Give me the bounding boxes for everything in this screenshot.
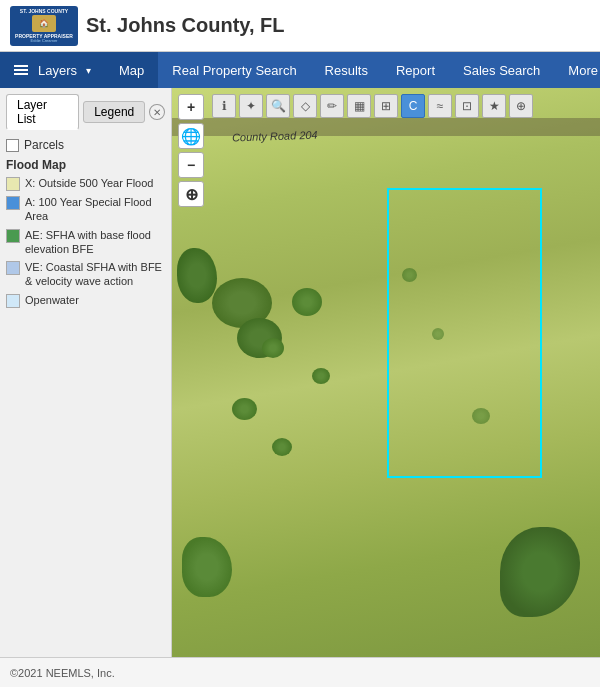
logo-icon-symbol: 🏠 [39, 19, 49, 28]
zoom2-tool-button[interactable]: ⊕ [509, 94, 533, 118]
layers-tool-button[interactable]: ⊞ [374, 94, 398, 118]
sidebar-close-button[interactable]: ✕ [149, 104, 165, 120]
zoom-in-button[interactable]: + [178, 94, 204, 120]
openwater-label: Openwater [25, 293, 79, 307]
parcels-checkbox[interactable] [6, 139, 19, 152]
vegetation-patch-1 [500, 527, 580, 617]
logo-county-text: ST. JOHNS COUNTY [20, 8, 68, 14]
navbar: Layers ▾ Map Real Property Search Result… [0, 52, 600, 88]
flood-section-title: Flood Map [6, 158, 165, 172]
parcel-highlight [387, 188, 542, 478]
parcels-label: Parcels [24, 138, 64, 152]
tree-spot-2 [262, 338, 284, 358]
tree-spot-1 [292, 288, 322, 316]
photo-tool-button[interactable]: ⊡ [455, 94, 479, 118]
openwater-color [6, 294, 20, 308]
ae-zone-color [6, 229, 20, 243]
map-top-toolbar: ℹ ✦ 🔍 ◇ ✏ ▦ ⊞ C ≈ ⊡ ★ ⊕ [212, 94, 594, 118]
nav-results-label: Results [325, 63, 368, 78]
nav-sales-search[interactable]: Sales Search [449, 52, 554, 88]
sidebar: Layer List Legend ✕ Parcels Flood Map X:… [0, 88, 172, 657]
tree-spot-6 [402, 268, 417, 282]
globe-button[interactable]: 🌐 [178, 123, 204, 149]
a-zone-color [6, 196, 20, 210]
legend-a-zone: A: 100 Year Special Flood Area [6, 195, 165, 224]
map-area[interactable]: County Road 204 ℹ ✦ 🔍 ◇ ✏ ▦ ⊞ C ≈ ⊡ ★ ⊕ … [172, 88, 600, 657]
info-tool-button[interactable]: ℹ [212, 94, 236, 118]
site-title: St. Johns County, FL [86, 14, 285, 37]
hamburger-icon [14, 65, 28, 75]
logo-name-text: Eddie Creamer [31, 39, 58, 44]
nav-map-label: Map [119, 63, 144, 78]
a-zone-label: A: 100 Year Special Flood Area [25, 195, 165, 224]
nav-real-property-search[interactable]: Real Property Search [158, 52, 310, 88]
zoom-out-button[interactable]: − [178, 152, 204, 178]
nav-map[interactable]: Map [105, 52, 158, 88]
zoom-tool-button[interactable]: 🔍 [266, 94, 290, 118]
cyan-tool-button[interactable]: C [401, 94, 425, 118]
grid-tool-button[interactable]: ▦ [347, 94, 371, 118]
tab-layer-list[interactable]: Layer List [6, 94, 79, 130]
tree-spot-7 [432, 328, 444, 340]
chevron-down-icon: ▾ [86, 65, 91, 76]
x-zone-label: X: Outside 500 Year Flood [25, 176, 153, 190]
nav-report[interactable]: Report [382, 52, 449, 88]
copyright-text: ©2021 NEEMLS, Inc. [10, 667, 115, 679]
legend-ae-zone: AE: SFHA with base flood elevation BFE [6, 228, 165, 257]
sidebar-tabs: Layer List Legend ✕ [6, 94, 165, 130]
tree-spot-3 [312, 368, 330, 384]
star-tool-button[interactable]: ★ [482, 94, 506, 118]
tab-legend[interactable]: Legend [83, 101, 145, 123]
location-button[interactable]: ⊕ [178, 181, 204, 207]
tree-spot-8 [472, 408, 490, 424]
vegetation-patch-4 [177, 248, 217, 303]
legend-ve-zone: VE: Coastal SFHA with BFE & velocity wav… [6, 260, 165, 289]
nav-more[interactable]: More [554, 52, 600, 88]
draw-tool-button[interactable]: ◇ [293, 94, 317, 118]
map-left-toolbar: + 🌐 − ⊕ [178, 94, 204, 207]
road-label: County Road 204 [232, 129, 318, 144]
nav-results[interactable]: Results [311, 52, 382, 88]
nav-more-label: More [568, 63, 598, 78]
logo: ST. JOHNS COUNTY 🏠 PROPERTY APPRAISER Ed… [10, 6, 78, 46]
main-content: Layer List Legend ✕ Parcels Flood Map X:… [0, 88, 600, 657]
measure-tool-button[interactable]: ✏ [320, 94, 344, 118]
nav-real-property-search-label: Real Property Search [172, 63, 296, 78]
wave-tool-button[interactable]: ≈ [428, 94, 452, 118]
legend-x-zone: X: Outside 500 Year Flood [6, 176, 165, 191]
legend-openwater: Openwater [6, 293, 165, 308]
logo-icon: 🏠 [32, 15, 56, 32]
nav-layers-label: Layers [38, 63, 77, 78]
logo-area: ST. JOHNS COUNTY 🏠 PROPERTY APPRAISER Ed… [10, 6, 285, 46]
ve-zone-label: VE: Coastal SFHA with BFE & velocity wav… [25, 260, 165, 289]
aerial-image: County Road 204 [172, 88, 600, 657]
x-zone-color [6, 177, 20, 191]
nav-report-label: Report [396, 63, 435, 78]
ve-zone-color [6, 261, 20, 275]
tree-spot-5 [272, 438, 292, 456]
vegetation-patch-2 [182, 537, 232, 597]
layer-parcels-row: Parcels [6, 138, 165, 152]
nav-layers[interactable]: Layers ▾ [0, 52, 105, 88]
ae-zone-label: AE: SFHA with base flood elevation BFE [25, 228, 165, 257]
header: ST. JOHNS COUNTY 🏠 PROPERTY APPRAISER Ed… [0, 0, 600, 52]
footer: ©2021 NEEMLS, Inc. [0, 657, 600, 687]
nav-sales-search-label: Sales Search [463, 63, 540, 78]
select-tool-button[interactable]: ✦ [239, 94, 263, 118]
tree-spot-4 [232, 398, 257, 420]
